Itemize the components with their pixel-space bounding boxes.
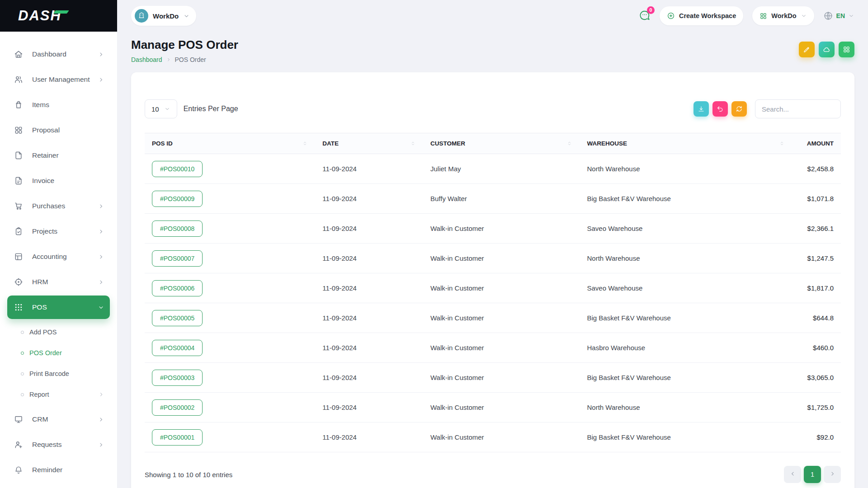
building-icon [138, 12, 145, 20]
pos-id-link[interactable]: #POS00001 [152, 429, 203, 446]
grid-icon [760, 12, 767, 20]
refresh-button[interactable] [731, 101, 747, 117]
pos-id-link[interactable]: #POS00003 [152, 370, 203, 386]
sidebar-item-invoice[interactable]: Invoice [7, 169, 110, 192]
date-cell: 11-09-2024 [315, 244, 423, 273]
sidebar-item-proposal[interactable]: Proposal [7, 118, 110, 142]
customer-cell: Buffy Walter [423, 184, 580, 214]
pencil-button[interactable] [799, 42, 815, 57]
sort-icon [410, 141, 416, 146]
breadcrumb-dashboard-link[interactable]: Dashboard [131, 56, 162, 63]
sidebar-item-items[interactable]: Items [7, 93, 110, 117]
submenu-item-report[interactable]: Report [0, 384, 117, 405]
sidebar-item-label: Proposal [32, 126, 104, 134]
pos-id-cell: #POS00004 [145, 333, 315, 363]
file-icon [14, 150, 24, 160]
sidebar-item-crm[interactable]: CRM [7, 408, 110, 431]
entries-per-page-select[interactable]: 10 [145, 99, 177, 118]
warehouse-cell: Saveo Warehouse [580, 214, 792, 244]
submenu-item-pos-order[interactable]: POS Order [0, 343, 117, 363]
layout-grid-button[interactable] [839, 42, 854, 57]
chevron-down-icon [183, 13, 190, 19]
bell-icon [14, 465, 24, 475]
column-header-warehouse[interactable]: WAREHOUSE [580, 133, 792, 154]
customer-cell: Juliet May [423, 154, 580, 184]
logo-accent-slash [53, 10, 69, 14]
pos-id-link[interactable]: #POS00002 [152, 399, 203, 416]
submenu-item-add-pos[interactable]: Add POS [0, 322, 117, 343]
sidebar-item-label: Projects [32, 227, 98, 235]
table-row: #POS0000511-09-2024Walk-in CustomerBig B… [145, 303, 841, 333]
column-header-customer[interactable]: CUSTOMER [423, 133, 580, 154]
account-menu-button[interactable]: WorkDo [752, 6, 814, 25]
submenu-item-label: Report [29, 391, 98, 398]
pos-id-link[interactable]: #POS00010 [152, 161, 203, 177]
pos-id-link[interactable]: #POS00005 [152, 310, 203, 326]
table-header-row: POS IDDATECUSTOMERWAREHOUSEAMOUNT [145, 133, 841, 154]
amount-cell: $2,458.8 [792, 154, 841, 184]
customer-cell: Walk-in Customer [423, 363, 580, 393]
submenu-item-print-barcode[interactable]: Print Barcode [0, 363, 117, 384]
chevron-down-icon [164, 106, 170, 112]
entries-per-page-label: Entries Per Page [184, 105, 238, 113]
entries-per-page: 10 Entries Per Page [145, 99, 238, 118]
pagination: 1 [784, 466, 841, 483]
dot-icon [21, 331, 24, 334]
sidebar-item-retainer[interactable]: Retainer [7, 144, 110, 167]
account-menu-label: WorkDo [771, 12, 796, 19]
pos-id-link[interactable]: #POS00009 [152, 191, 203, 207]
pos-id-link[interactable]: #POS00008 [152, 221, 203, 237]
dot-icon [21, 352, 24, 355]
logo[interactable]: DASH [0, 0, 117, 32]
pos-id-link[interactable]: #POS00006 [152, 280, 203, 296]
language-selector[interactable]: EN [823, 11, 854, 21]
undo-button[interactable] [712, 101, 728, 117]
create-workspace-button[interactable]: Create Workspace [660, 6, 743, 25]
pos-id-cell: #POS00009 [145, 184, 315, 214]
sidebar-item-user-management[interactable]: User Management [7, 68, 110, 91]
customer-cell: Walk-in Customer [423, 422, 580, 452]
warehouse-cell: North Warehouse [580, 393, 792, 422]
date-cell: 11-09-2024 [315, 303, 423, 333]
apps-icon [14, 302, 24, 312]
pencil-icon [803, 46, 811, 53]
create-workspace-label: Create Workspace [679, 12, 736, 19]
next-page-button[interactable] [824, 466, 841, 483]
sidebar-item-purchases[interactable]: Purchases [7, 194, 110, 218]
prev-page-button[interactable] [784, 466, 801, 483]
cloud-button[interactable] [819, 42, 835, 57]
sidebar-item-projects[interactable]: Projects [7, 220, 110, 243]
chevron-right-icon [166, 57, 171, 62]
sidebar-item-dashboard[interactable]: Dashboard [7, 42, 110, 66]
chevron-right-icon [98, 441, 104, 448]
download-button[interactable] [693, 101, 709, 117]
customer-cell: Walk-in Customer [423, 333, 580, 363]
workspace-switcher[interactable]: WorkDo [131, 6, 196, 26]
sort-icon [302, 141, 308, 146]
sidebar-item-hrm[interactable]: HRM [7, 270, 110, 294]
sidebar-item-pos[interactable]: POS [7, 296, 110, 319]
messages-button[interactable]: 0 [639, 9, 651, 23]
sort-icon [566, 141, 572, 146]
column-label: WAREHOUSE [587, 140, 627, 147]
chevron-right-icon [829, 470, 836, 479]
page-button-1[interactable]: 1 [804, 466, 821, 483]
pos-id-link[interactable]: #POS00007 [152, 250, 203, 267]
sidebar-item-accounting[interactable]: Accounting [7, 245, 110, 268]
sidebar-item-requests[interactable]: Requests [7, 433, 110, 456]
logo-text: DASH [18, 8, 61, 24]
sidebar-item-reminder[interactable]: Reminder [7, 458, 110, 482]
pos-id-cell: #POS00003 [145, 363, 315, 393]
column-label: DATE [322, 140, 339, 147]
column-header-pos-id[interactable]: POS ID [145, 133, 315, 154]
column-header-date[interactable]: DATE [315, 133, 423, 154]
amount-cell: $3,065.0 [792, 363, 841, 393]
search-input[interactable] [755, 99, 841, 118]
home-icon [14, 49, 24, 59]
layout-grid-icon [14, 125, 24, 135]
customer-cell: Walk-in Customer [423, 214, 580, 244]
warehouse-cell: North Warehouse [580, 154, 792, 184]
pos-id-link[interactable]: #POS00004 [152, 340, 203, 356]
submenu-item-label: POS Order [29, 349, 104, 357]
breadcrumb-current: POS Order [175, 56, 206, 63]
